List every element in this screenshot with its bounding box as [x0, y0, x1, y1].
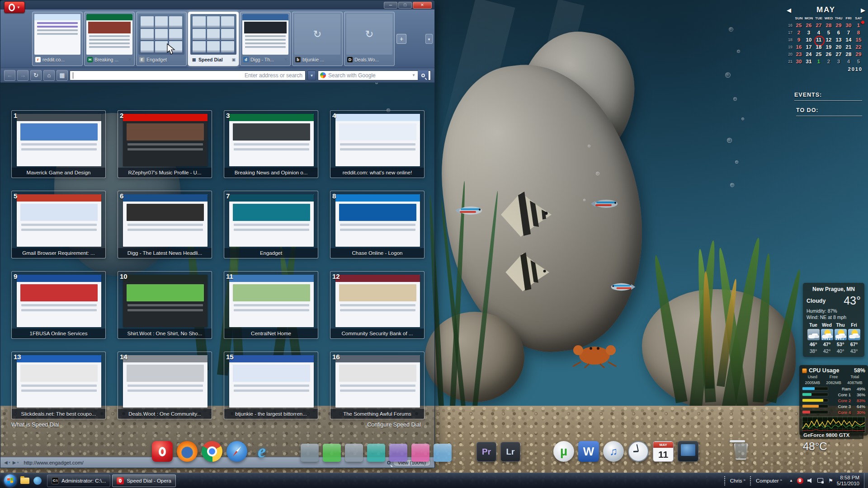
- tray-expand-button[interactable]: ▲: [789, 479, 793, 483]
- calendar-day-cell[interactable]: 15: [854, 37, 863, 42]
- taskbar-clock[interactable]: 8:58 PM 5/11/2010: [837, 475, 859, 487]
- close-button[interactable]: ✕: [413, 2, 432, 9]
- speed-dial-item-2[interactable]: 2RZephyr07's Music Profile - U...: [118, 110, 212, 178]
- task-button-administrator-c[interactable]: C:\Administrator: C:\...: [47, 474, 110, 487]
- calendar-day-cell[interactable]: 31: [804, 59, 814, 64]
- calendar-day-cell[interactable]: 20: [834, 44, 844, 50]
- dock-icon-premiere[interactable]: Pr: [476, 442, 496, 462]
- speed-dial-item-8[interactable]: 8Chase Online - Logon: [330, 191, 425, 258]
- calendar-day-cell[interactable]: 24: [804, 52, 814, 57]
- search-dropdown-icon[interactable]: ▼: [412, 73, 415, 77]
- calendar-day-cell[interactable]: 10: [804, 37, 814, 42]
- quicklaunch-folder-icon[interactable]: [20, 476, 30, 485]
- calendar-day-cell[interactable]: 26: [824, 52, 834, 57]
- calendar-day-cell[interactable]: 18: [814, 44, 824, 50]
- calendar-today-cell[interactable]: 11: [814, 37, 824, 42]
- tab-reddit-co[interactable]: rreddit.co...: [32, 12, 83, 66]
- calendar-day-cell[interactable]: 29: [854, 52, 863, 57]
- calendar-day-cell[interactable]: 17: [804, 44, 814, 50]
- speed-dial-item-15[interactable]: 15btjunkie - the largest bittorren...: [224, 352, 318, 419]
- action-center-flag-icon[interactable]: ⚑: [828, 478, 833, 484]
- calendar-day-cell[interactable]: 27: [814, 23, 824, 28]
- speed-dial-item-11[interactable]: 11CentralNet Home: [224, 271, 318, 339]
- calendar-day-cell[interactable]: 16: [794, 44, 804, 50]
- calendar-day-cell[interactable]: 1: [854, 23, 863, 28]
- calendar-next-button[interactable]: ▶: [858, 7, 865, 14]
- calendar-day-cell[interactable]: 28: [824, 23, 834, 28]
- speed-dial-item-4[interactable]: 4reddit.com: what's new online!: [330, 110, 425, 178]
- speed-dial-item-12[interactable]: 12Community Security Bank of ...: [330, 271, 425, 339]
- dock-icon-word[interactable]: W: [578, 441, 599, 462]
- dock-icon-recycle-bin[interactable]: [731, 441, 751, 462]
- tab-digg-th[interactable]: dDigg - Th...✕: [240, 12, 291, 66]
- dock-icon-chrome[interactable]: [202, 441, 222, 462]
- title-bar[interactable]: ─ □ ✕: [0, 0, 434, 9]
- forward-button[interactable]: →: [17, 70, 28, 81]
- calendar-day-cell[interactable]: 21: [844, 44, 854, 50]
- calendar-day-cell[interactable]: 9: [794, 37, 804, 42]
- tab-speed-dial[interactable]: ▦Speed Dial▣: [188, 12, 239, 66]
- calendar-day-cell[interactable]: 8: [854, 30, 863, 35]
- toolbar-grip[interactable]: [750, 476, 752, 486]
- speed-dial-item-9[interactable]: 91FBUSA Online Services: [11, 271, 106, 339]
- what-is-speed-dial-link[interactable]: What is Speed Dial: [11, 422, 59, 428]
- home-button[interactable]: ⌂: [43, 70, 55, 81]
- task-button-speed-dial-opera[interactable]: Speed Dial - Opera: [112, 474, 175, 487]
- dock-icon-utorrent[interactable]: µ: [553, 441, 574, 462]
- calendar-day-cell[interactable]: 14: [844, 37, 854, 42]
- dock-icon-safari[interactable]: [226, 441, 247, 462]
- calendar-day-cell[interactable]: 7: [844, 30, 854, 35]
- calendar-day-cell[interactable]: 4: [814, 30, 824, 35]
- toolbar-computer[interactable]: Computer»: [754, 478, 784, 483]
- dock-icon-calendar[interactable]: MAY11: [653, 441, 674, 462]
- address-dropdown-button[interactable]: ▼: [307, 70, 316, 80]
- calendar-day-cell[interactable]: 2: [824, 59, 834, 64]
- dock-icon-display[interactable]: [678, 441, 698, 462]
- calendar-day-cell[interactable]: 12: [824, 37, 834, 42]
- dock-icon-app[interactable]: [301, 444, 319, 462]
- dock-icon-opera[interactable]: [152, 441, 173, 462]
- volume-icon[interactable]: [807, 478, 813, 483]
- maximize-button[interactable]: □: [398, 2, 412, 9]
- speed-dial-item-16[interactable]: 16The Something Awful Forums: [330, 352, 425, 419]
- dock-icon-app[interactable]: [434, 444, 452, 462]
- tray-opera-icon[interactable]: [797, 478, 803, 484]
- speed-dial-item-13[interactable]: 13Slickdeals.net: The best coupo...: [11, 352, 106, 419]
- calendar-day-cell[interactable]: 1: [814, 59, 824, 64]
- tab-deals-wo[interactable]: ↻DDeals.Wo...: [344, 12, 395, 66]
- tab-btjunkie[interactable]: ↻bbtjunkie ...: [292, 12, 343, 66]
- calendar-day-cell[interactable]: 5: [854, 59, 863, 64]
- show-desktop-button[interactable]: [864, 473, 868, 488]
- calendar-day-cell[interactable]: 6: [834, 30, 844, 35]
- calendar-day-cell[interactable]: 30: [794, 59, 804, 64]
- configure-speed-dial-link[interactable]: Configure Speed Dial: [367, 422, 421, 428]
- dock-icon-itunes[interactable]: ♫: [603, 441, 624, 462]
- dock-icon-app[interactable]: [389, 444, 407, 462]
- dock-icon-app[interactable]: [345, 444, 363, 462]
- network-icon[interactable]: [817, 478, 824, 483]
- speed-dial-item-7[interactable]: 7Engadget: [224, 191, 318, 258]
- dock-icon-clock[interactable]: [628, 441, 649, 462]
- calendar-day-cell[interactable]: 22: [854, 44, 863, 50]
- speed-dial-item-6[interactable]: 6Digg - The Latest News Headli...: [118, 191, 212, 258]
- calendar-day-cell[interactable]: 23: [794, 52, 804, 57]
- search-go-button[interactable]: [418, 70, 429, 80]
- dock-icon-app[interactable]: [367, 444, 385, 462]
- back-button[interactable]: ←: [4, 70, 15, 81]
- quicklaunch-player-icon[interactable]: [33, 476, 42, 485]
- chevron-down-icon[interactable]: ▾: [17, 460, 19, 465]
- calendar-day-cell[interactable]: 3: [834, 59, 844, 64]
- toolbar-chris[interactable]: Chris»: [728, 478, 747, 483]
- speed-dial-item-3[interactable]: 3Breaking News and Opinion o...: [224, 110, 318, 178]
- speed-dial-item-14[interactable]: 14Deals.Woot : One Community...: [118, 352, 212, 419]
- minimize-button[interactable]: ─: [384, 2, 397, 9]
- start-button[interactable]: [4, 474, 16, 487]
- dock-icon-internet-explorer[interactable]: e: [251, 441, 272, 462]
- calendar-prev-button[interactable]: ◀: [787, 7, 794, 14]
- status-back-icon[interactable]: ◀: [4, 460, 8, 465]
- calendar-day-cell[interactable]: 3: [804, 30, 814, 35]
- tab-list-button[interactable]: ▾: [425, 34, 433, 44]
- tab-engadget[interactable]: EEngadget: [136, 12, 187, 66]
- new-tab-button[interactable]: +: [396, 34, 406, 44]
- dock-icon-firefox[interactable]: [177, 441, 198, 462]
